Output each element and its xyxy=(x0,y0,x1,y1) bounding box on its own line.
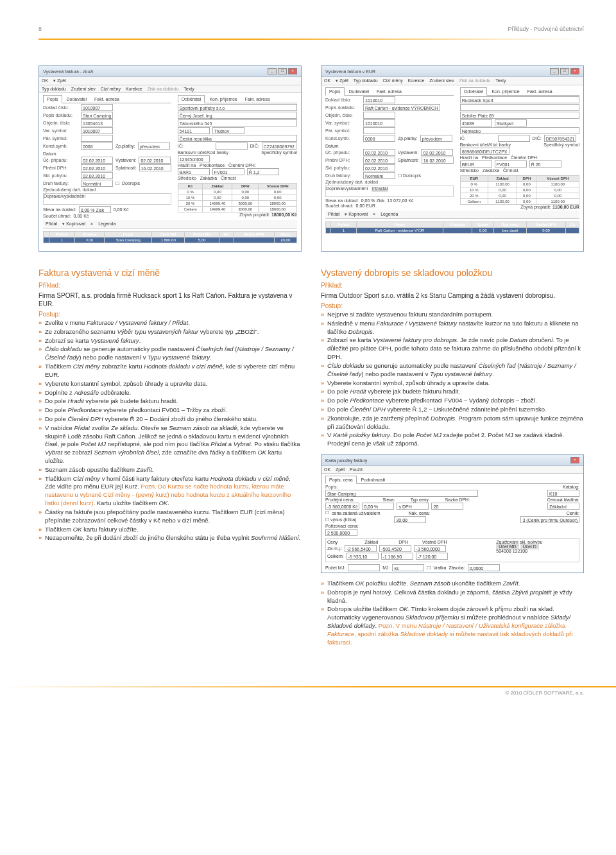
step-item: Nezapomeňte, že při dodání zboží do jiné… xyxy=(38,534,302,542)
divider xyxy=(38,39,584,40)
steps-right-2: Tlačítkem OK položku uložíte. Seznam zás… xyxy=(321,580,584,647)
step-item: Zobrazí se karta Vystavené faktury. xyxy=(38,337,302,345)
right-column: Vystavený dobropis se skladovou položkou… xyxy=(321,268,584,648)
section-title: Příklady - Podvojné účetnictví xyxy=(508,26,584,32)
step-item: Doplníte z Adresáře odběratele. xyxy=(38,389,302,397)
close-icon[interactable]: × xyxy=(288,68,297,74)
minimize-icon[interactable]: _ xyxy=(268,68,277,74)
toolbar: OK ▾ Zpět xyxy=(39,77,301,85)
window-title: Karta položky faktury xyxy=(325,458,367,463)
screenshot-invoice-eur: Vystavená faktura v EUR _□× OK ▾ Zpět Ty… xyxy=(321,65,584,252)
step-item: Do pole Členění DPH vyberete Ř 20 – Dodá… xyxy=(38,415,302,424)
back-button[interactable]: Zpět xyxy=(57,78,66,83)
step-item: Částky na faktuře jsou přepočítány podle… xyxy=(38,508,302,525)
step-item: Do pole Členění DPH vyberete Ř 1,2 – Usk… xyxy=(321,406,584,414)
step-item: Ze zobrazeného seznamu Výběr typu vystav… xyxy=(38,328,302,336)
ok-button[interactable]: OK xyxy=(42,78,48,83)
step-item: Tlačítkem Cizí měny v horní části karty … xyxy=(38,475,302,508)
steps-right: Nejprve si zadáte vystavenou fakturu sta… xyxy=(321,311,584,448)
step-item: Zvolíte v menu Fakturace / Vystavené fak… xyxy=(38,319,302,327)
screenshot-item-card: Karta položky faktury × OK Zpět Použít P… xyxy=(321,454,584,573)
objedn-cislo[interactable]: 13054613 xyxy=(81,119,113,126)
left-column: Faktura vystavená v cizí měně Příklad: F… xyxy=(38,268,302,648)
popis-dokladu[interactable]: Stan Camping xyxy=(81,112,113,119)
step-item: Tlačítkem OK kartu faktury uložíte. xyxy=(38,526,302,534)
step-item: Do pole Hradit vyberete jak budete faktu… xyxy=(38,397,302,406)
step-item: Zkontrolujte, zda je zatržený přepínač D… xyxy=(321,415,584,431)
doprava-vyskladneni: Doprava/vyskladnění xyxy=(43,193,171,205)
step-item: Nejprve si zadáte vystavenou fakturu sta… xyxy=(321,311,584,319)
step-item: Tlačítkem Cizí měny zobrazíte kartu Hodn… xyxy=(38,363,302,379)
step-item: V Kartě položky faktury. Do pole Počet M… xyxy=(321,431,584,448)
window-title: Vystavená faktura - zboží xyxy=(43,69,94,74)
add-button[interactable]: Přidat xyxy=(46,221,57,226)
maximize-icon[interactable]: □ xyxy=(278,68,287,74)
steps-left: Zvolíte v menu Fakturace / Vystavené fak… xyxy=(38,319,302,542)
toolbar-item[interactable]: Zisk na dokladu xyxy=(148,87,179,91)
maximize-icon[interactable]: □ xyxy=(560,68,569,74)
step-item: Seznam zásob opustíte tlačítkem Zavřít. xyxy=(38,466,302,474)
items-grid: PořadíKatalogPopisCena MJPočet MJMJSazba… xyxy=(43,231,297,243)
intro-right: Firma Outdoor Sport s.r.o. vrátila 2 ks … xyxy=(321,291,584,300)
tab-fakt-adresa[interactable]: Fakt. adresa xyxy=(91,96,123,103)
items-grid: PořadíPopisKatalogSlevaTyp cenySazba DPH… xyxy=(325,221,579,234)
step-item: Číslo dokladu se generuje automaticky po… xyxy=(321,362,584,379)
intro-left: Firma SPORT, a.s. prodala firmě Rucksack… xyxy=(38,291,302,308)
step-item: Tlačítkem OK položku uložíte. Seznam zás… xyxy=(321,580,584,588)
close-icon[interactable]: × xyxy=(570,68,579,74)
toolbar-item[interactable]: Korekce xyxy=(126,87,142,91)
postup-label: Postup: xyxy=(38,311,302,318)
tab-popis[interactable]: Popis xyxy=(43,95,62,103)
doklad-cislo[interactable]: 1010007 xyxy=(81,104,113,111)
totals-table: KčZákladDPHVčetně DPH 0 %0,000,000,00 10… xyxy=(178,183,297,212)
var-symbol[interactable]: 1010007 xyxy=(81,127,113,134)
step-item: Číslo dokladu se generuje automaticky po… xyxy=(38,345,302,362)
step-item: Vyberete konstantní symbol, způsob úhrad… xyxy=(321,379,584,388)
toolbar-item[interactable]: Texty xyxy=(184,87,194,91)
minimize-icon[interactable]: _ xyxy=(550,68,559,74)
delete-button[interactable]: × xyxy=(90,221,93,226)
legend-button[interactable]: Legenda xyxy=(98,221,116,226)
step-item: Do pole Předkontace vyberete předkontaci… xyxy=(321,397,584,405)
heading-right: Vystavený dobropis se skladovou položkou xyxy=(321,268,584,278)
toolbar-item[interactable]: Zrušení slev xyxy=(71,87,96,91)
toolbar-item[interactable]: Cizí měny xyxy=(101,87,121,91)
step-item: Dobropis uložíte tlačítkem OK. Tímto kro… xyxy=(321,605,584,646)
screenshot-invoice-goods: Vystavená faktura - zboží _□× OK ▾ Zpět … xyxy=(38,65,302,252)
zp-platby[interactable]: převodem xyxy=(138,142,170,150)
ok-button[interactable]: OK xyxy=(324,78,330,83)
datum-pripadu[interactable]: 02.02.2010 xyxy=(81,157,113,164)
par-symbol[interactable] xyxy=(81,135,113,142)
step-item: Následně v menu Fakturace / Vystavené fa… xyxy=(321,320,584,336)
konst-symb[interactable]: 0008 xyxy=(81,142,113,150)
toolbar-item[interactable]: Typ dokladu xyxy=(42,87,66,91)
step-item: Do pole Předkontace vyberete předkontaci… xyxy=(38,406,302,415)
step-item: V nabídce Přidat zvolíte Ze skladu. Otev… xyxy=(38,424,302,465)
close-icon[interactable]: × xyxy=(570,457,579,463)
page-number: 8 xyxy=(38,26,42,32)
window-title: Vystavená faktura v EUR xyxy=(325,69,375,74)
tab-odberatel[interactable]: Odběratel xyxy=(178,95,205,103)
step-item: Zobrazí se karta Vystavené faktury pro d… xyxy=(321,336,584,361)
copy-button[interactable]: Kopírovat xyxy=(66,221,85,226)
tab-dodavatel[interactable]: Dodavatel xyxy=(64,96,90,103)
back-button[interactable]: Zpět xyxy=(339,78,348,83)
step-item: Dobropis je nyní hotový. Celková částka … xyxy=(321,589,584,605)
heading-left: Faktura vystavená v cizí měně xyxy=(38,268,302,278)
footer-copyright: © 2010 CÍGLER SOFTWARE, a.s. xyxy=(0,687,616,702)
step-item: Vyberete konstantní symbol, způsob úhrad… xyxy=(38,380,302,388)
priklad-label: Příklad: xyxy=(38,282,302,289)
step-item: Do pole Hradit vyberete jak budete faktu… xyxy=(321,388,584,396)
totals-table: EURZákladDPHVčetně DPH 0 %1100,000,00110… xyxy=(460,175,579,205)
